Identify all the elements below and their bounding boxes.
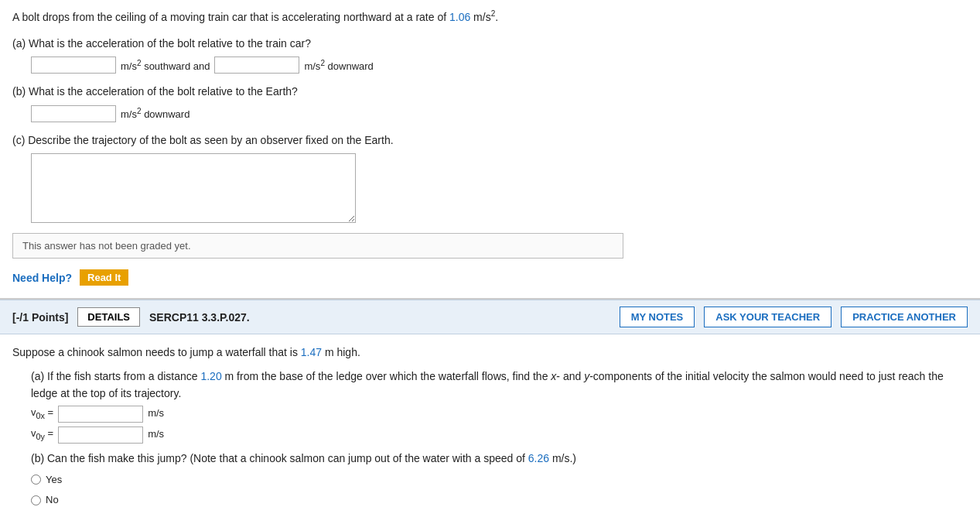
no-radio-row: No: [31, 492, 968, 507]
part-a-label: (a) What is the acceleration of the bolt…: [12, 35, 968, 52]
vox-input[interactable]: [58, 406, 143, 423]
distance-value: 1.20: [200, 370, 221, 382]
graded-note-box: This answer has not been graded yet.: [12, 233, 623, 259]
yes-radio-row: Yes: [31, 472, 968, 488]
salmon-part-a-text1: (a) If the fish starts from a distance: [31, 370, 200, 382]
part-b-input[interactable]: [31, 105, 116, 122]
vox-label: v0x =: [31, 405, 53, 423]
salmon-intro: Suppose a chinook salmon needs to jump a…: [12, 344, 968, 361]
yes-radio[interactable]: [31, 474, 41, 485]
salmon-part-a-label: (a) If the fish starts from a distance 1…: [31, 368, 968, 403]
height-value: 1.47: [301, 346, 322, 358]
salmon-part-b-text1: (b) Can the fish make this jump? (Note t…: [31, 452, 528, 464]
no-label: No: [46, 492, 59, 507]
part-a-inputs: m/s2 southward and m/s2 downward: [31, 57, 968, 74]
practice-another-button[interactable]: PRACTICE ANOTHER: [841, 307, 968, 327]
part-b-label: (b) What is the acceleration of the bolt…: [12, 83, 968, 100]
salmon-part-b: (b) Can the fish make this jump? (Note t…: [31, 450, 968, 507]
yes-label: Yes: [46, 472, 62, 488]
part-a-input2[interactable]: [214, 57, 299, 74]
no-radio[interactable]: [31, 495, 41, 505]
speed-value: 6.26: [528, 452, 549, 464]
problem-id: SERCP11 3.3.P.027.: [149, 311, 610, 324]
part-a-unit2: m/s2 downward: [304, 59, 373, 72]
part-a-input1[interactable]: [31, 57, 116, 74]
part-a-unit1: m/s2 southward and: [121, 59, 210, 72]
part-a-text: (a) What is the acceleration of the bolt…: [12, 37, 311, 50]
part-c-textarea-wrap: [31, 153, 968, 225]
height-unit: m high.: [322, 346, 360, 358]
part-b-inputs: m/s2 downward: [31, 105, 968, 122]
need-help-label: Need Help?: [12, 272, 72, 284]
salmon-problem: Suppose a chinook salmon needs to jump a…: [12, 344, 968, 507]
my-notes-button[interactable]: MY NOTES: [620, 307, 695, 327]
voy-input[interactable]: [58, 426, 143, 444]
details-button[interactable]: DETAILS: [77, 307, 140, 327]
part-c-text: (c) Describe the trajectory of the bolt …: [12, 134, 394, 146]
salmon-part-b-label: (b) Can the fish make this jump? (Note t…: [31, 450, 968, 467]
graded-note-text: This answer has not been graded yet.: [22, 240, 191, 252]
read-it-button[interactable]: Read It: [80, 269, 128, 286]
salmon-part-b-text2: m/s.): [549, 452, 576, 464]
rate-value: 1.06: [449, 11, 470, 23]
salmon-intro-text: Suppose a chinook salmon needs to jump a…: [12, 346, 301, 358]
vox-row: v0x = m/s: [31, 405, 968, 423]
ask-teacher-button[interactable]: ASK YOUR TEACHER: [704, 307, 831, 327]
intro-text: A bolt drops from the ceiling of a movin…: [12, 11, 449, 23]
voy-label: v0y =: [31, 426, 53, 444]
problem-intro: A bolt drops from the ceiling of a movin…: [12, 8, 968, 26]
part-b-unit: m/s2 downward: [121, 107, 190, 120]
part-c-label: (c) Describe the trajectory of the bolt …: [12, 132, 968, 149]
part-b-text: (b) What is the acceleration of the bolt…: [12, 85, 298, 98]
bottom-bar: [-/1 Points] DETAILS SERCP11 3.3.P.027. …: [0, 300, 980, 334]
voy-row: v0y = m/s: [31, 426, 968, 444]
points-label: [-/1 Points]: [12, 311, 68, 324]
voy-unit: m/s: [148, 426, 164, 443]
vox-unit: m/s: [148, 406, 164, 422]
need-help-row: Need Help? Read It: [12, 269, 968, 286]
bottom-content: Suppose a chinook salmon needs to jump a…: [0, 334, 980, 507]
top-section: A bolt drops from the ceiling of a movin…: [0, 0, 980, 300]
salmon-part-a: (a) If the fish starts from a distance 1…: [31, 368, 968, 444]
part-c-textarea[interactable]: [31, 153, 356, 223]
rate-units: m/s2.: [470, 11, 498, 23]
